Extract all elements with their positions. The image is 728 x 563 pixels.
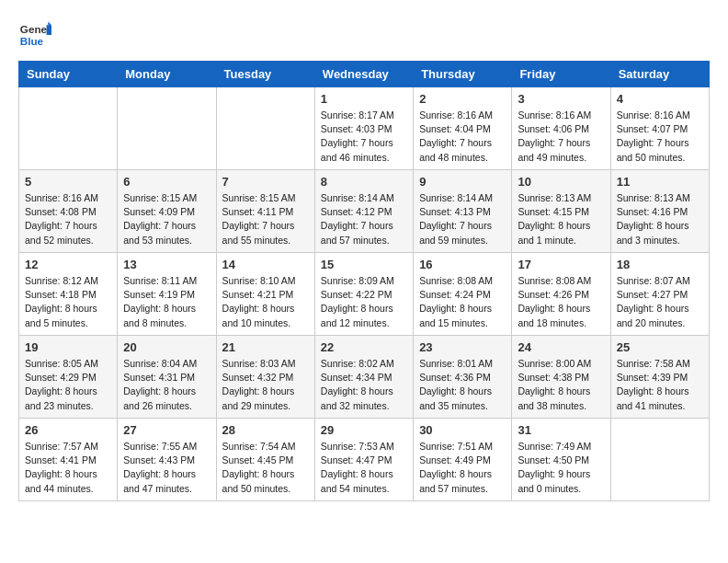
- day-info: Sunrise: 8:14 AM Sunset: 4:12 PM Dayligh…: [321, 191, 407, 247]
- page-header: General Blue: [18, 18, 710, 52]
- day-number: 14: [222, 258, 309, 271]
- calendar-cell: 24Sunrise: 8:00 AM Sunset: 4:38 PM Dayli…: [512, 336, 610, 419]
- day-info: Sunrise: 8:13 AM Sunset: 4:15 PM Dayligh…: [518, 191, 604, 247]
- calendar-cell: 15Sunrise: 8:09 AM Sunset: 4:22 PM Dayli…: [314, 253, 413, 336]
- calendar-cell: 11Sunrise: 8:13 AM Sunset: 4:16 PM Dayli…: [610, 170, 709, 253]
- day-number: 12: [25, 258, 111, 271]
- calendar-week-row: 19Sunrise: 8:05 AM Sunset: 4:29 PM Dayli…: [19, 336, 710, 419]
- calendar-cell: 25Sunrise: 7:58 AM Sunset: 4:39 PM Dayli…: [610, 336, 709, 419]
- calendar-week-row: 1Sunrise: 8:17 AM Sunset: 4:03 PM Daylig…: [19, 87, 710, 170]
- day-number: 23: [419, 340, 506, 354]
- calendar-cell: 13Sunrise: 8:11 AM Sunset: 4:19 PM Dayli…: [118, 253, 216, 336]
- calendar-cell: 5Sunrise: 8:16 AM Sunset: 4:08 PM Daylig…: [19, 170, 118, 253]
- day-number: 28: [222, 423, 309, 437]
- calendar-cell: 19Sunrise: 8:05 AM Sunset: 4:29 PM Dayli…: [19, 336, 118, 419]
- day-number: 22: [321, 340, 407, 354]
- calendar-header-tuesday: Tuesday: [216, 62, 314, 87]
- calendar-cell: 20Sunrise: 8:04 AM Sunset: 4:31 PM Dayli…: [118, 336, 216, 419]
- calendar-cell: 16Sunrise: 8:08 AM Sunset: 4:24 PM Dayli…: [414, 253, 512, 336]
- calendar-cell: 2Sunrise: 8:16 AM Sunset: 4:04 PM Daylig…: [414, 87, 512, 170]
- day-info: Sunrise: 7:57 AM Sunset: 4:41 PM Dayligh…: [25, 440, 111, 496]
- day-number: 10: [518, 175, 604, 189]
- calendar-cell: 31Sunrise: 7:49 AM Sunset: 4:50 PM Dayli…: [512, 419, 610, 501]
- calendar-header-sunday: Sunday: [19, 62, 118, 87]
- day-info: Sunrise: 8:03 AM Sunset: 4:32 PM Dayligh…: [222, 357, 309, 413]
- day-number: 21: [222, 340, 309, 354]
- day-number: 8: [321, 175, 407, 189]
- calendar-table: SundayMondayTuesdayWednesdayThursdayFrid…: [18, 61, 710, 501]
- day-number: 9: [419, 175, 506, 189]
- day-info: Sunrise: 8:16 AM Sunset: 4:06 PM Dayligh…: [518, 109, 604, 165]
- calendar-cell: [610, 419, 709, 501]
- day-info: Sunrise: 8:02 AM Sunset: 4:34 PM Dayligh…: [321, 357, 407, 413]
- calendar-cell: [118, 87, 216, 170]
- day-info: Sunrise: 8:01 AM Sunset: 4:36 PM Dayligh…: [419, 357, 506, 413]
- day-info: Sunrise: 8:10 AM Sunset: 4:21 PM Dayligh…: [222, 274, 309, 330]
- day-number: 19: [25, 340, 111, 354]
- calendar-cell: 30Sunrise: 7:51 AM Sunset: 4:49 PM Dayli…: [414, 419, 512, 501]
- day-info: Sunrise: 8:08 AM Sunset: 4:24 PM Dayligh…: [419, 274, 506, 330]
- day-info: Sunrise: 8:11 AM Sunset: 4:19 PM Dayligh…: [123, 274, 210, 330]
- calendar-header-thursday: Thursday: [414, 62, 512, 87]
- calendar-cell: 12Sunrise: 8:12 AM Sunset: 4:18 PM Dayli…: [19, 253, 118, 336]
- day-number: 5: [25, 175, 111, 189]
- calendar-cell: 26Sunrise: 7:57 AM Sunset: 4:41 PM Dayli…: [19, 419, 118, 501]
- calendar-cell: 17Sunrise: 8:08 AM Sunset: 4:26 PM Dayli…: [512, 253, 610, 336]
- calendar-header-monday: Monday: [118, 62, 216, 87]
- calendar-week-row: 5Sunrise: 8:16 AM Sunset: 4:08 PM Daylig…: [19, 170, 710, 253]
- day-number: 4: [617, 92, 703, 106]
- logo-icon: General Blue: [18, 18, 51, 52]
- svg-text:Blue: Blue: [20, 35, 44, 47]
- calendar-header-saturday: Saturday: [610, 62, 709, 87]
- calendar-week-row: 12Sunrise: 8:12 AM Sunset: 4:18 PM Dayli…: [19, 253, 710, 336]
- day-number: 31: [518, 423, 604, 437]
- day-info: Sunrise: 8:15 AM Sunset: 4:09 PM Dayligh…: [123, 191, 210, 247]
- calendar-cell: 22Sunrise: 8:02 AM Sunset: 4:34 PM Dayli…: [314, 336, 413, 419]
- day-info: Sunrise: 8:12 AM Sunset: 4:18 PM Dayligh…: [25, 274, 111, 330]
- day-info: Sunrise: 8:04 AM Sunset: 4:31 PM Dayligh…: [123, 357, 210, 413]
- day-number: 17: [518, 258, 604, 271]
- calendar-cell: 18Sunrise: 8:07 AM Sunset: 4:27 PM Dayli…: [610, 253, 709, 336]
- svg-marker-2: [47, 25, 51, 35]
- calendar-cell: [19, 87, 118, 170]
- day-number: 13: [123, 258, 210, 271]
- day-number: 15: [321, 258, 407, 271]
- calendar-cell: 14Sunrise: 8:10 AM Sunset: 4:21 PM Dayli…: [216, 253, 314, 336]
- calendar-cell: 27Sunrise: 7:55 AM Sunset: 4:43 PM Dayli…: [118, 419, 216, 501]
- calendar-cell: 9Sunrise: 8:14 AM Sunset: 4:13 PM Daylig…: [414, 170, 512, 253]
- calendar-cell: 7Sunrise: 8:15 AM Sunset: 4:11 PM Daylig…: [216, 170, 314, 253]
- day-number: 27: [123, 423, 210, 437]
- day-info: Sunrise: 8:16 AM Sunset: 4:04 PM Dayligh…: [419, 109, 506, 165]
- calendar-cell: 28Sunrise: 7:54 AM Sunset: 4:45 PM Dayli…: [216, 419, 314, 501]
- day-info: Sunrise: 7:58 AM Sunset: 4:39 PM Dayligh…: [617, 357, 703, 413]
- day-info: Sunrise: 8:13 AM Sunset: 4:16 PM Dayligh…: [617, 191, 703, 247]
- day-number: 26: [25, 423, 111, 437]
- day-number: 24: [518, 340, 604, 354]
- day-info: Sunrise: 8:07 AM Sunset: 4:27 PM Dayligh…: [617, 274, 703, 330]
- calendar-cell: 1Sunrise: 8:17 AM Sunset: 4:03 PM Daylig…: [314, 87, 413, 170]
- day-number: 18: [617, 258, 703, 271]
- calendar-header-friday: Friday: [512, 62, 610, 87]
- day-info: Sunrise: 8:00 AM Sunset: 4:38 PM Dayligh…: [518, 357, 604, 413]
- day-info: Sunrise: 7:54 AM Sunset: 4:45 PM Dayligh…: [222, 440, 309, 496]
- day-info: Sunrise: 8:14 AM Sunset: 4:13 PM Dayligh…: [419, 191, 506, 247]
- logo: General Blue: [18, 18, 51, 52]
- day-info: Sunrise: 8:16 AM Sunset: 4:08 PM Dayligh…: [25, 191, 111, 247]
- day-number: 2: [419, 92, 506, 106]
- calendar-cell: [216, 87, 314, 170]
- day-number: 11: [617, 175, 703, 189]
- day-info: Sunrise: 8:05 AM Sunset: 4:29 PM Dayligh…: [25, 357, 111, 413]
- day-info: Sunrise: 7:53 AM Sunset: 4:47 PM Dayligh…: [321, 440, 407, 496]
- day-number: 20: [123, 340, 210, 354]
- calendar-header-row: SundayMondayTuesdayWednesdayThursdayFrid…: [19, 62, 710, 87]
- day-info: Sunrise: 8:15 AM Sunset: 4:11 PM Dayligh…: [222, 191, 309, 247]
- day-info: Sunrise: 7:55 AM Sunset: 4:43 PM Dayligh…: [123, 440, 210, 496]
- day-info: Sunrise: 7:49 AM Sunset: 4:50 PM Dayligh…: [518, 440, 604, 496]
- day-number: 7: [222, 175, 309, 189]
- day-info: Sunrise: 8:17 AM Sunset: 4:03 PM Dayligh…: [321, 109, 407, 165]
- calendar-cell: 3Sunrise: 8:16 AM Sunset: 4:06 PM Daylig…: [512, 87, 610, 170]
- day-info: Sunrise: 8:09 AM Sunset: 4:22 PM Dayligh…: [321, 274, 407, 330]
- day-info: Sunrise: 7:51 AM Sunset: 4:49 PM Dayligh…: [419, 440, 506, 496]
- calendar-cell: 21Sunrise: 8:03 AM Sunset: 4:32 PM Dayli…: [216, 336, 314, 419]
- calendar-week-row: 26Sunrise: 7:57 AM Sunset: 4:41 PM Dayli…: [19, 419, 710, 501]
